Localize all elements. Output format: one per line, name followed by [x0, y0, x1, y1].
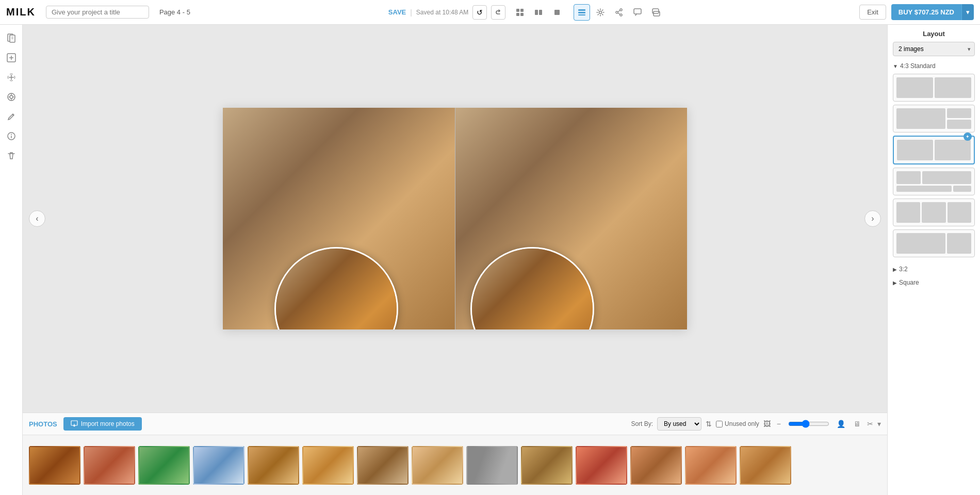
- layout-block: [896, 186, 952, 192]
- layout-panel-title: Layout: [893, 30, 975, 38]
- svg-rect-5: [539, 10, 542, 15]
- photo-thumbnail[interactable]: [521, 446, 573, 485]
- edit-icon: [7, 112, 16, 121]
- chat-button[interactable]: [648, 4, 664, 21]
- topbar: MILK Page 4 - 5 SAVE | Saved at 10:48 AM…: [0, 0, 980, 25]
- single-view-button[interactable]: [549, 4, 565, 21]
- svg-line-15: [618, 13, 620, 14]
- section-32-header[interactable]: ▶ 3:2: [893, 266, 975, 273]
- photo-thumbnail[interactable]: [466, 446, 518, 485]
- photo-thumbnail[interactable]: [193, 446, 244, 485]
- import-icon: [71, 420, 78, 427]
- zoom-minus[interactable]: −: [777, 420, 781, 428]
- svg-point-10: [599, 11, 602, 13]
- photo-thumbnail[interactable]: [576, 446, 627, 485]
- comment-button[interactable]: [629, 4, 646, 21]
- zoom-icon-minus[interactable]: 🖼: [763, 420, 771, 428]
- layout-option-5[interactable]: [893, 199, 975, 226]
- crop-icon[interactable]: ✂: [867, 420, 873, 428]
- tool-info[interactable]: [3, 128, 20, 144]
- layout-block: [896, 171, 921, 184]
- photo-thumbnail[interactable]: [302, 446, 354, 485]
- list-view-button[interactable]: [574, 4, 590, 21]
- buy-button[interactable]: BUY $707.25 NZD: [891, 4, 961, 20]
- unused-only-checkbox[interactable]: [716, 421, 723, 427]
- tool-edit[interactable]: [3, 108, 20, 125]
- sort-select[interactable]: By used By date By name By size: [657, 417, 701, 431]
- tool-stickers[interactable]: [3, 89, 20, 105]
- photo-thumbnail[interactable]: [685, 446, 737, 485]
- prev-page-button[interactable]: ‹: [29, 210, 45, 227]
- exit-button[interactable]: Exit: [859, 5, 886, 20]
- photo-thumbnail[interactable]: [29, 446, 80, 485]
- layout-option-3[interactable]: ✦: [893, 136, 975, 164]
- photo-thumbnail[interactable]: [84, 446, 135, 485]
- project-title-input[interactable]: [46, 6, 149, 19]
- section-43-header[interactable]: ▼ 4:3 Standard: [893, 62, 975, 70]
- main-layout: ‹ 158: [0, 25, 980, 495]
- layout-block: [922, 202, 945, 223]
- layout-images-select[interactable]: 1 image 2 images 3 images 4 images: [893, 42, 975, 56]
- layout-option-2[interactable]: [893, 105, 975, 133]
- expand-icon[interactable]: ▾: [877, 420, 881, 428]
- monitor-icon[interactable]: 🖥: [854, 420, 861, 428]
- photo-thumbnail[interactable]: [740, 446, 791, 485]
- buy-dropdown-button[interactable]: ▾: [961, 4, 974, 20]
- left-page[interactable]: 158: [223, 108, 455, 329]
- tool-transform[interactable]: [3, 69, 20, 86]
- tool-add[interactable]: [3, 50, 20, 66]
- grid-view-button[interactable]: [512, 4, 528, 21]
- layout-block: [896, 233, 945, 254]
- sort-direction-icon[interactable]: ⇅: [706, 420, 712, 428]
- spread-divider: [455, 108, 455, 329]
- share-button[interactable]: [611, 4, 627, 21]
- layout-option-2-preview: [896, 108, 971, 129]
- section-43-arrow: ▼: [893, 63, 898, 69]
- photos-panel: PHOTOS Import more photos Sort By: By us…: [23, 412, 887, 495]
- layout-block: [897, 140, 933, 160]
- single-icon: [553, 8, 561, 16]
- photo-thumbnail[interactable]: [412, 446, 463, 485]
- svg-rect-0: [516, 9, 519, 12]
- zoom-plus[interactable]: 👤: [837, 420, 845, 428]
- section-square-header[interactable]: ▶ Square: [893, 279, 975, 286]
- zoom-slider[interactable]: [788, 420, 829, 428]
- left-magnifier: 158: [274, 247, 398, 329]
- canvas-wrapper: ‹ 158: [23, 25, 887, 495]
- photo-thumbnail[interactable]: [357, 446, 409, 485]
- svg-point-12: [616, 11, 618, 13]
- comment-icon: [633, 8, 642, 16]
- section-square-label: Square: [899, 279, 919, 286]
- photo-thumbnail[interactable]: [630, 446, 682, 485]
- layout-block: [947, 233, 971, 254]
- add-icon: [7, 53, 16, 62]
- layout-option-4[interactable]: [893, 168, 975, 195]
- next-page-button[interactable]: ›: [864, 210, 881, 227]
- unused-only-checkbox-label[interactable]: Unused only: [716, 420, 759, 427]
- photos-tab-label[interactable]: PHOTOS: [29, 420, 57, 428]
- topbar-center: SAVE | Saved at 10:48 AM ↺: [201, 4, 854, 21]
- layout-option-1[interactable]: [893, 74, 975, 102]
- right-magnifier-photo: [472, 249, 593, 329]
- right-page[interactable]: 211: [455, 108, 687, 329]
- tool-pages[interactable]: [3, 30, 20, 46]
- sort-container: Sort By: By used By date By name By size…: [631, 417, 881, 431]
- layout-block: [896, 202, 920, 223]
- undo-button[interactable]: ↺: [472, 5, 487, 20]
- import-photos-button[interactable]: Import more photos: [63, 417, 142, 431]
- save-button[interactable]: SAVE: [388, 8, 406, 16]
- redo-button[interactable]: [491, 5, 505, 20]
- unused-only-label: Unused only: [725, 420, 759, 427]
- sort-by-label: Sort By:: [631, 420, 653, 427]
- section-43-label: 4:3 Standard: [900, 62, 936, 70]
- photo-thumbnail[interactable]: [138, 446, 190, 485]
- photo-thumbnail[interactable]: [248, 446, 299, 485]
- redo-icon: [495, 9, 502, 16]
- layout-option-6[interactable]: [893, 229, 975, 257]
- transform-icon: [7, 73, 16, 82]
- svg-line-14: [618, 10, 620, 12]
- spread-view-button[interactable]: [530, 4, 547, 21]
- tool-delete[interactable]: [3, 147, 20, 164]
- svg-rect-7: [578, 9, 585, 11]
- settings-button[interactable]: [592, 4, 609, 21]
